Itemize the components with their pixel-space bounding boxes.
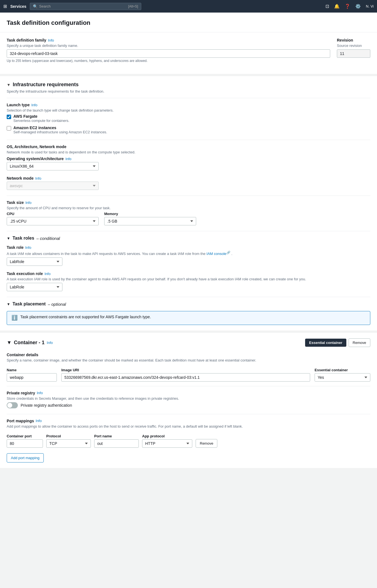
- user-menu[interactable]: N. Vi: [366, 4, 374, 8]
- name-col: Name: [7, 368, 57, 382]
- protocol-select[interactable]: TCP UDP: [46, 439, 91, 448]
- protocol-col: Protocol TCP UDP: [46, 434, 91, 448]
- revision-sublabel: Source revision: [337, 44, 370, 48]
- remove-container-button[interactable]: Remove: [349, 338, 370, 347]
- revision-label: Revision: [337, 38, 370, 42]
- ec2-option[interactable]: Amazon EC2 instances Self-managed infras…: [7, 126, 370, 134]
- terminal-icon[interactable]: ⊡: [325, 4, 329, 9]
- container-header: ▼ Container - 1 Info Essential container…: [7, 338, 370, 347]
- exec-role-info-link[interactable]: Info: [45, 272, 51, 276]
- services-label: Services: [10, 4, 26, 9]
- toggle-slider: [7, 402, 18, 408]
- essential-container-button[interactable]: Essential container: [305, 339, 346, 347]
- remove-port-button[interactable]: Remove: [196, 439, 217, 448]
- task-role-select[interactable]: LabRole None: [7, 257, 62, 266]
- port-mappings-label: Port mappings Info: [7, 419, 370, 423]
- container-details-group: Container details Specify a name, contai…: [7, 353, 370, 362]
- port-mappings-group: Port mappings Info Add port mappings to …: [7, 419, 370, 428]
- fargate-label: AWS Fargate: [13, 114, 69, 119]
- add-port-mapping-button[interactable]: Add port mapping: [7, 453, 44, 462]
- collapse-arrow-task-roles: ▼: [7, 236, 10, 240]
- exec-role-field: Task execution role Info A task executio…: [7, 271, 370, 291]
- memory-label: Memory: [104, 212, 196, 216]
- task-placement-optional: – optional: [48, 302, 66, 307]
- container-info-link[interactable]: Info: [47, 341, 53, 345]
- os-arch-select[interactable]: Linux/X86_64 Linux/ARM64 Windows Server …: [7, 162, 99, 170]
- family-info-link[interactable]: Info: [48, 38, 54, 42]
- port-mappings-info-link[interactable]: Info: [36, 419, 42, 423]
- ec2-sublabel: Self-managed infrastructure using Amazon…: [13, 130, 107, 134]
- memory-col: Memory .5 GB 1 GB 2 GB 3 GB 4 GB: [104, 212, 196, 225]
- cpu-label: CPU: [7, 212, 99, 216]
- services-menu[interactable]: Services: [10, 4, 26, 9]
- container-title-left: ▼ Container - 1 Info: [7, 340, 53, 346]
- task-placement-title: Task placement: [13, 302, 46, 307]
- fargate-option[interactable]: AWS Fargate Serverless compute for conta…: [7, 114, 370, 123]
- essential-col-label: Essential container: [315, 368, 370, 372]
- port-name-col: Port name: [94, 434, 139, 448]
- cpu-col: CPU .25 vCPU .5 vCPU 1 vCPU 2 vCPU 4 vCP…: [7, 212, 99, 225]
- port-mappings-sublabel: Add port mappings to allow the container…: [7, 424, 370, 428]
- app-protocol-select[interactable]: HTTP HTTP2 gRPC: [142, 439, 192, 448]
- essential-select[interactable]: Yes No: [315, 373, 370, 382]
- grid-icon: ⊞: [3, 4, 7, 9]
- infrastructure-header[interactable]: ▼ Infrastructure requirements: [7, 82, 370, 88]
- infrastructure-title: Infrastructure requirements: [13, 82, 79, 88]
- page-title: Task definition configuration: [7, 19, 370, 26]
- ec2-checkbox[interactable]: [7, 126, 11, 131]
- container-port-input[interactable]: [7, 439, 43, 448]
- collapse-arrow-task-placement: ▼: [7, 302, 10, 306]
- task-size-sublabel: Specify the amount of CPU and memory to …: [7, 206, 370, 210]
- task-placement-message: Task placement constraints are not suppo…: [20, 315, 151, 319]
- task-roles-conditional: – conditional: [37, 236, 60, 241]
- task-placement-header[interactable]: ▼ Task placement – optional: [7, 302, 370, 307]
- launch-type-info-link[interactable]: Info: [31, 103, 37, 107]
- os-arch-section-label: OS, Architecture, Network mode: [7, 144, 370, 149]
- private-registry-info-link[interactable]: Info: [37, 391, 43, 395]
- task-role-info-link[interactable]: Info: [25, 245, 31, 250]
- family-hint: Up to 255 letters (uppercase and lowerca…: [7, 59, 330, 63]
- container-port-header: Container port: [7, 434, 43, 448]
- exec-role-select[interactable]: LabRole None: [7, 283, 62, 291]
- external-link-icon: 🔗: [227, 251, 230, 254]
- container-section: ▼ Container - 1 Info Essential container…: [0, 333, 377, 468]
- cpu-select[interactable]: .25 vCPU .5 vCPU 1 vCPU 2 vCPU 4 vCPU: [7, 217, 99, 225]
- exec-role-label: Task execution role Info: [7, 271, 370, 276]
- task-size-label: Task size Info: [7, 200, 370, 205]
- network-mode-info-link[interactable]: Info: [35, 176, 41, 180]
- toggle-label: Private registry authentication: [21, 403, 72, 408]
- family-input[interactable]: [7, 49, 330, 58]
- fargate-checkbox[interactable]: [7, 115, 11, 119]
- os-arch-info-link[interactable]: Info: [65, 157, 72, 161]
- bell-icon[interactable]: 🔔: [334, 4, 340, 9]
- task-role-sublabel: A task IAM role allows containers in the…: [7, 251, 370, 256]
- help-icon[interactable]: ❓: [345, 4, 350, 9]
- network-mode-label: Network mode Info: [7, 176, 370, 180]
- collapse-arrow-infrastructure: ▼: [7, 83, 11, 87]
- task-roles-header[interactable]: ▼ Task roles – conditional: [7, 236, 370, 241]
- image-uri-input[interactable]: [61, 373, 310, 382]
- private-registry-label: Private registry Info: [7, 391, 370, 395]
- private-registry-toggle[interactable]: [7, 402, 18, 408]
- task-placement-info-box: ℹ️ Task placement constraints are not su…: [7, 311, 370, 325]
- os-arch-label: Operating system/Architecture Info: [7, 156, 370, 161]
- settings-icon[interactable]: ⚙️: [355, 4, 361, 9]
- essential-col: Essential container Yes No: [315, 368, 370, 382]
- iam-console-link[interactable]: IAM console🔗: [206, 252, 231, 256]
- launch-type-group: Launch type Info Selection of the launch…: [7, 103, 370, 134]
- search-input[interactable]: [39, 4, 127, 8]
- task-role-field: Task role Info A task IAM role allows co…: [7, 245, 370, 266]
- page-header: Task definition configuration: [0, 13, 377, 32]
- container-details-sublabel: Specify a name, container image, and whe…: [7, 358, 370, 362]
- family-field-group: Task definition family Info Specify a un…: [7, 38, 330, 63]
- task-size-info-link[interactable]: Info: [25, 201, 31, 205]
- container-name-input[interactable]: [7, 373, 57, 382]
- image-uri-col-label: Image URI: [61, 368, 310, 372]
- search-bar[interactable]: 🔍 [Alt+S]: [30, 3, 141, 10]
- image-uri-col: Image URI: [61, 368, 310, 382]
- memory-select[interactable]: .5 GB 1 GB 2 GB 3 GB 4 GB: [104, 217, 196, 225]
- container-details-row: Name Image URI Essential container Yes N…: [7, 368, 370, 382]
- container-details-label: Container details: [7, 353, 370, 357]
- port-name-input[interactable]: [94, 439, 139, 448]
- os-arch-sublabel: Network mode is used for tasks and is de…: [7, 150, 370, 154]
